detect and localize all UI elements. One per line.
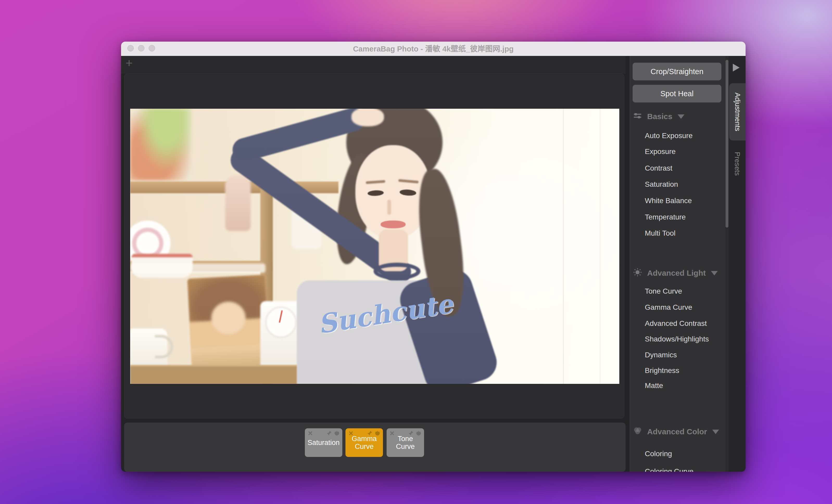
pin-icon[interactable] bbox=[326, 430, 332, 436]
spot-heal-button[interactable]: Spot Heal bbox=[632, 85, 721, 103]
pin-icon[interactable] bbox=[408, 430, 414, 436]
power-icon[interactable] bbox=[374, 430, 380, 436]
tab-strip bbox=[121, 56, 626, 74]
close-icon[interactable] bbox=[308, 430, 313, 436]
adjustment-item-contrast[interactable]: Contrast bbox=[645, 164, 672, 173]
adjustment-item-shadows-highlights[interactable]: Shadows/Highlights bbox=[645, 335, 709, 343]
section-title: Advanced Light bbox=[647, 269, 706, 278]
close-icon[interactable] bbox=[348, 430, 354, 436]
adjustment-item-white-balance[interactable]: White Balance bbox=[645, 196, 692, 205]
adjustment-item-brightness[interactable]: Brightness bbox=[645, 366, 679, 375]
filter-strip: Saturation Gamma Curve Tone Curve Color … bbox=[124, 423, 626, 472]
adjustment-item-gamma-curve[interactable]: Gamma Curve bbox=[645, 303, 692, 312]
sliders-icon bbox=[633, 111, 642, 122]
chevron-down-icon bbox=[712, 430, 719, 434]
close-icon[interactable] bbox=[389, 430, 395, 436]
add-tab-button[interactable]: + bbox=[123, 57, 135, 69]
adjustment-item-coloring[interactable]: Coloring bbox=[645, 449, 672, 458]
photo-matte-overlay bbox=[130, 109, 619, 384]
scrollbar-thumb[interactable] bbox=[726, 60, 728, 228]
power-icon[interactable] bbox=[416, 430, 421, 436]
filter-tile-saturation[interactable]: Saturation bbox=[305, 428, 342, 457]
power-icon[interactable] bbox=[334, 430, 340, 436]
sidebar-scrollbar[interactable] bbox=[725, 56, 729, 472]
section-header-basics[interactable]: Basics bbox=[633, 111, 684, 122]
titlebar[interactable]: CameraBag Photo - 潘敏 4k壁纸_彼岸图网.jpg bbox=[121, 41, 746, 56]
sun-icon bbox=[633, 268, 642, 279]
tab-presets[interactable]: Presets bbox=[729, 148, 746, 179]
filter-tile-label: Saturation bbox=[308, 439, 339, 447]
right-rail: Adjustments Presets bbox=[729, 56, 746, 472]
adjustment-item-dynamics[interactable]: Dynamics bbox=[645, 351, 677, 359]
filter-tile-gamma-curve[interactable]: Gamma Curve bbox=[345, 428, 383, 457]
adjustment-item-advanced-contrast[interactable]: Advanced Contrast bbox=[645, 319, 707, 328]
rgb-circles-icon bbox=[633, 426, 642, 437]
section-title: Basics bbox=[647, 112, 672, 121]
filter-tile-tone-curve[interactable]: Tone Curve bbox=[387, 428, 424, 457]
adjustment-item-coloring-curve[interactable]: Coloring Curve bbox=[645, 467, 694, 472]
chevron-down-icon bbox=[711, 271, 718, 275]
adjustment-item-tone-curve[interactable]: Tone Curve bbox=[645, 287, 682, 296]
adjustment-item-exposure[interactable]: Exposure bbox=[645, 147, 676, 156]
photo-canvas[interactable]: Suchcute bbox=[130, 109, 619, 384]
section-header-advanced-light[interactable]: Advanced Light bbox=[633, 268, 718, 278]
crop-straighten-button[interactable]: Crop/Straighten bbox=[632, 63, 721, 80]
adjustments-sidebar: Crop/Straighten Spot Heal Basics Auto Ex… bbox=[629, 56, 725, 472]
adjustment-item-multi-tool[interactable]: Multi Tool bbox=[645, 229, 676, 238]
tab-label: Presets bbox=[733, 152, 741, 176]
adjustment-item-temperature[interactable]: Temperature bbox=[645, 213, 686, 222]
desktop-wallpaper: CameraBag Photo - 潘敏 4k壁纸_彼岸图网.jpg + bbox=[0, 0, 832, 504]
filter-tile-label: Gamma Curve bbox=[347, 435, 381, 450]
canvas-panel: Suchcute bbox=[124, 74, 624, 418]
chevron-down-icon bbox=[678, 114, 684, 119]
tab-adjustments[interactable]: Adjustments bbox=[729, 83, 746, 140]
adjustment-item-matte[interactable]: Matte bbox=[645, 381, 663, 390]
adjustment-item-saturation[interactable]: Saturation bbox=[645, 180, 678, 189]
collapse-panel-arrow-icon[interactable] bbox=[733, 64, 739, 72]
adjustment-item-auto-exposure[interactable]: Auto Exposure bbox=[645, 131, 693, 140]
section-header-advanced-color[interactable]: Advanced Color bbox=[633, 426, 719, 437]
tab-label: Adjustments bbox=[733, 92, 742, 131]
pin-icon[interactable] bbox=[367, 430, 372, 436]
window-title: CameraBag Photo - 潘敏 4k壁纸_彼岸图网.jpg bbox=[121, 41, 746, 56]
camerabag-window: CameraBag Photo - 潘敏 4k壁纸_彼岸图网.jpg + bbox=[121, 41, 746, 472]
filter-tile-label: Tone Curve bbox=[388, 435, 422, 450]
section-title: Advanced Color bbox=[647, 427, 707, 436]
